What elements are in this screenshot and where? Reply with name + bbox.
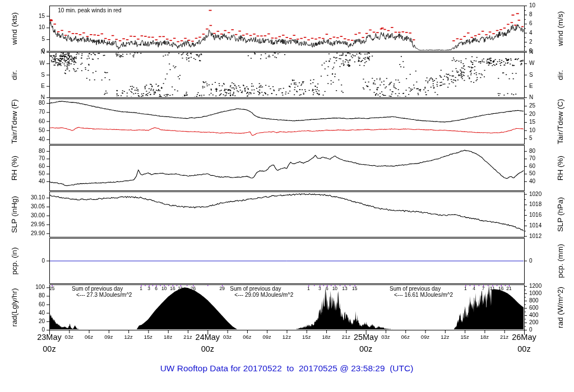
- rad-sum-annotation-line2: <--- 16.61 MJoules/m^2: [394, 292, 453, 298]
- x-axis-time-label: 18z: [480, 334, 489, 340]
- y-tick-label-left: 100: [35, 284, 45, 290]
- rad-cumulative-mark: 16: [170, 286, 175, 291]
- y-tick-label-right: E: [529, 83, 533, 89]
- y-axis-title-right-rh: RH (%): [557, 155, 564, 180]
- y-tick-label-right: 1020: [529, 192, 541, 197]
- y-tick-label-right: 80: [529, 148, 535, 154]
- x-axis-date-sublabel: 00z: [359, 345, 372, 353]
- y-tick-label-right: 1000: [529, 291, 541, 296]
- x-axis-time-label: 03z: [65, 334, 73, 340]
- rad-cumulative-mark: 10: [332, 286, 337, 291]
- rad-cumulative-mark: 6: [326, 286, 328, 291]
- y-axis-title-left-wind: wind (kts): [11, 12, 18, 45]
- y-tick-label-left: 60: [39, 119, 45, 124]
- y-axis-title-right-rad: rad (W/m^2): [557, 287, 564, 328]
- x-axis-time-label: 06z: [243, 334, 251, 340]
- x-axis-date-label: 25May: [354, 333, 378, 342]
- y-axis-title-right-dir: dir.: [557, 69, 564, 80]
- x-axis-date-sublabel: 00z: [43, 345, 55, 353]
- y-tick-label-left: 80: [39, 148, 45, 154]
- rad-cumulative-mark: 16: [498, 286, 503, 291]
- y-axis-title-left-dir: dir.: [11, 69, 18, 80]
- rad-cumulative-mark: 1: [464, 286, 467, 291]
- rad-cumulative-mark: 13: [342, 286, 347, 291]
- rad-cumulative-mark: 1: [307, 286, 310, 291]
- y-tick-label-right: 400: [529, 312, 539, 318]
- y-tick-label-left: W: [40, 60, 45, 66]
- y-tick-label-right: 1016: [529, 212, 541, 218]
- x-axis-time-label: 15z: [302, 334, 311, 340]
- rad-cumulative-mark: 3: [147, 286, 150, 291]
- y-axis-title-right-slp: SLP (hPa): [557, 197, 564, 231]
- y-tick-label-right: 70: [529, 156, 535, 161]
- rad-sum-annotation-line1: Sum of previous day: [230, 286, 281, 292]
- y-tick-label-right: 50: [529, 171, 535, 176]
- y-tick-label-right: S: [529, 72, 533, 78]
- rad-sum-annotation-line2: <--- 29.09 MJoules/m^2: [234, 292, 293, 298]
- x-axis-time-label: 21z: [342, 334, 350, 340]
- y-tick-label-right: 200: [529, 320, 539, 325]
- x-axis-time-label: 18z: [322, 334, 330, 340]
- rad-cumulative-mark: 25: [49, 286, 54, 291]
- x-axis-time-label: 09z: [104, 334, 113, 340]
- uw-rooftop-weather-figure: 0510150246810wind (kts)wind (m/s)10 min.…: [0, 0, 574, 392]
- rad-cumulative-mark: 3: [318, 286, 321, 291]
- y-tick-label-right: 10: [529, 128, 535, 133]
- y-axis-title-right-pcp: pcp. (mm): [557, 244, 564, 278]
- rad-cumulative-mark: 15: [352, 286, 357, 291]
- x-axis-time-label: 03z: [381, 334, 390, 340]
- y-tick-label-left: 70: [39, 156, 45, 161]
- y-tick-label-left: 29.90: [31, 231, 45, 236]
- y-tick-label-right: 600: [529, 305, 539, 311]
- wind-peak-note: 10 min. peak winds in red: [58, 8, 121, 13]
- y-axis-title-left-pcp: pcp. (in): [11, 247, 18, 274]
- y-tick-label-left: 20: [39, 319, 45, 324]
- y-tick-label-left: 50: [39, 128, 45, 133]
- rad-cumulative-mark: 6: [155, 286, 158, 291]
- rad-cumulative-mark: 11: [490, 286, 495, 291]
- y-tick-label-left: E: [41, 83, 45, 89]
- x-axis-time-label: 06z: [401, 334, 410, 340]
- x-axis-date-label: 24May: [196, 333, 220, 342]
- y-tick-label-left: 5: [41, 36, 45, 42]
- y-tick-label-left: S: [41, 72, 45, 78]
- rad-cumulative-mark: 26: [191, 286, 196, 291]
- y-tick-label-right: 15: [529, 119, 535, 125]
- y-tick-label-left: 0: [41, 258, 45, 264]
- figure-title: UW Rooftop Data for 20170522 to 20170525…: [49, 363, 524, 374]
- rad-sum-annotation-line2: <--- 27.3 MJoules/m^2: [76, 292, 132, 298]
- rad-cumulative-mark: 4: [473, 286, 475, 291]
- y-axis-title-right-wind: wind (m/s): [557, 11, 564, 45]
- rad-cumulative-mark: 21: [178, 286, 183, 291]
- y-tick-label-right: 4: [529, 30, 533, 36]
- x-axis-date-label: 26May: [512, 333, 536, 342]
- y-tick-label-right: 6: [529, 21, 533, 26]
- y-tick-label-left: 10: [39, 25, 45, 30]
- y-tick-label-left: 30.10: [31, 195, 45, 200]
- y-axis-title-left-temp: Tair/Tdew (F): [11, 99, 18, 144]
- x-axis-time-label: 21z: [500, 334, 508, 340]
- x-axis-time-label: 12z: [283, 334, 291, 340]
- y-axis-title-left-rh: RH (%): [11, 155, 18, 180]
- x-axis-time-label: 21z: [183, 334, 192, 340]
- rad-sum-annotation-line1: Sum of previous day: [390, 286, 441, 292]
- rad-cumulative-mark: 21: [506, 286, 511, 291]
- y-tick-label-left: 70: [39, 109, 45, 115]
- y-tick-label-right: 2: [529, 39, 533, 45]
- y-tick-label-right: 8: [529, 12, 533, 17]
- y-tick-label-right: 0: [529, 258, 533, 264]
- y-tick-label-right: 20: [529, 111, 535, 117]
- y-tick-label-right: 5: [529, 136, 533, 141]
- y-tick-label-right: 10: [529, 3, 535, 8]
- y-tick-label-left: 30.05: [31, 204, 45, 209]
- y-tick-label-right: 25: [529, 103, 535, 109]
- x-axis-time-label: 12z: [124, 334, 132, 340]
- y-tick-label-right: 0: [529, 327, 533, 333]
- y-tick-label-left: 80: [39, 293, 45, 298]
- x-axis-time-label: 18z: [164, 334, 172, 340]
- y-tick-label-left: 50: [39, 171, 45, 176]
- x-axis-time-label: 03z: [223, 334, 232, 340]
- x-axis-time-label: 15z: [144, 334, 152, 340]
- y-tick-label-left: 40: [39, 310, 45, 316]
- y-tick-label-right: N: [529, 49, 533, 55]
